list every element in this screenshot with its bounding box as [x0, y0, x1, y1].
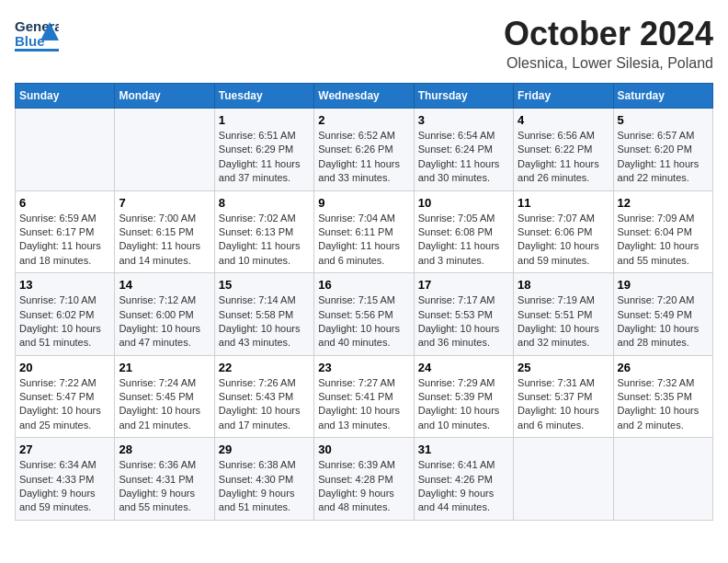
calendar-cell: 11Sunrise: 7:07 AM Sunset: 6:06 PM Dayli…: [514, 190, 613, 273]
calendar-cell: 6Sunrise: 6:59 AM Sunset: 6:17 PM Daylig…: [16, 190, 115, 273]
cell-content: Sunrise: 7:19 AM Sunset: 5:51 PM Dayligh…: [518, 293, 609, 350]
calendar-cell: 23Sunrise: 7:27 AM Sunset: 5:41 PM Dayli…: [314, 355, 414, 438]
cell-content: Sunrise: 7:17 AM Sunset: 5:53 PM Dayligh…: [418, 293, 509, 350]
logo-icon: General Blue: [15, 15, 59, 55]
cell-content: Sunrise: 6:59 AM Sunset: 6:17 PM Dayligh…: [19, 212, 110, 269]
cell-content: Sunrise: 7:31 AM Sunset: 5:37 PM Dayligh…: [518, 376, 609, 433]
day-number: 15: [219, 278, 310, 292]
cell-content: Sunrise: 6:38 AM Sunset: 4:30 PM Dayligh…: [219, 458, 310, 515]
day-number: 11: [518, 196, 609, 210]
day-number: 7: [119, 196, 210, 210]
cell-content: Sunrise: 7:09 AM Sunset: 6:04 PM Dayligh…: [618, 212, 709, 269]
calendar-cell: 10Sunrise: 7:05 AM Sunset: 6:08 PM Dayli…: [414, 190, 513, 273]
day-number: 18: [518, 278, 609, 292]
calendar-cell: 5Sunrise: 6:57 AM Sunset: 6:20 PM Daylig…: [613, 109, 712, 191]
week-row-4: 20Sunrise: 7:22 AM Sunset: 5:47 PM Dayli…: [16, 355, 713, 438]
header-cell-saturday: Saturday: [613, 84, 712, 109]
cell-content: Sunrise: 7:05 AM Sunset: 6:08 PM Dayligh…: [418, 212, 509, 269]
cell-content: Sunrise: 7:02 AM Sunset: 6:13 PM Dayligh…: [219, 212, 310, 269]
day-number: 28: [119, 442, 210, 456]
calendar-cell: 19Sunrise: 7:20 AM Sunset: 5:49 PM Dayli…: [613, 273, 712, 356]
cell-content: Sunrise: 6:34 AM Sunset: 4:33 PM Dayligh…: [19, 458, 110, 515]
cell-content: Sunrise: 6:41 AM Sunset: 4:26 PM Dayligh…: [418, 458, 509, 515]
calendar-cell: 2Sunrise: 6:52 AM Sunset: 6:26 PM Daylig…: [314, 109, 414, 191]
calendar-cell: [115, 109, 214, 191]
day-number: 30: [318, 442, 409, 456]
cell-content: Sunrise: 6:36 AM Sunset: 4:31 PM Dayligh…: [119, 458, 210, 515]
calendar-table: SundayMondayTuesdayWednesdayThursdayFrid…: [15, 83, 713, 521]
cell-content: Sunrise: 6:56 AM Sunset: 6:22 PM Dayligh…: [518, 129, 609, 186]
month-title: October 2024: [504, 15, 713, 53]
day-number: 14: [119, 278, 210, 292]
day-number: 4: [518, 113, 609, 127]
day-number: 17: [418, 278, 509, 292]
calendar-body: 1Sunrise: 6:51 AM Sunset: 6:29 PM Daylig…: [16, 109, 713, 521]
calendar-cell: 12Sunrise: 7:09 AM Sunset: 6:04 PM Dayli…: [613, 190, 712, 273]
calendar-cell: 24Sunrise: 7:29 AM Sunset: 5:39 PM Dayli…: [414, 355, 513, 438]
header-cell-wednesday: Wednesday: [314, 84, 414, 109]
cell-content: Sunrise: 7:10 AM Sunset: 6:02 PM Dayligh…: [19, 293, 110, 350]
calendar-cell: 21Sunrise: 7:24 AM Sunset: 5:45 PM Dayli…: [115, 355, 214, 438]
day-number: 22: [219, 361, 310, 374]
title-block: October 2024 Olesnica, Lower Silesia, Po…: [504, 15, 713, 72]
day-number: 10: [418, 196, 509, 210]
calendar-cell: 15Sunrise: 7:14 AM Sunset: 5:58 PM Dayli…: [214, 273, 313, 356]
day-number: 27: [19, 442, 110, 456]
day-number: 1: [219, 113, 310, 127]
calendar-cell: 28Sunrise: 6:36 AM Sunset: 4:31 PM Dayli…: [115, 438, 214, 521]
calendar-cell: 7Sunrise: 7:00 AM Sunset: 6:15 PM Daylig…: [115, 190, 214, 273]
calendar-cell: 25Sunrise: 7:31 AM Sunset: 5:37 PM Dayli…: [514, 355, 613, 438]
cell-content: Sunrise: 7:32 AM Sunset: 5:35 PM Dayligh…: [618, 376, 709, 433]
logo: General Blue: [15, 15, 59, 55]
cell-content: Sunrise: 7:12 AM Sunset: 6:00 PM Dayligh…: [119, 293, 210, 350]
calendar-cell: [613, 438, 712, 521]
calendar-cell: 20Sunrise: 7:22 AM Sunset: 5:47 PM Dayli…: [16, 355, 115, 438]
cell-content: Sunrise: 7:29 AM Sunset: 5:39 PM Dayligh…: [418, 376, 509, 433]
calendar-cell: 9Sunrise: 7:04 AM Sunset: 6:11 PM Daylig…: [314, 190, 414, 273]
day-number: 20: [19, 361, 110, 374]
day-number: 24: [418, 361, 509, 374]
day-number: 8: [219, 196, 310, 210]
cell-content: Sunrise: 7:20 AM Sunset: 5:49 PM Dayligh…: [618, 293, 709, 350]
header-cell-friday: Friday: [514, 84, 613, 109]
day-number: 23: [318, 361, 409, 374]
cell-content: Sunrise: 7:22 AM Sunset: 5:47 PM Dayligh…: [19, 376, 110, 433]
day-number: 2: [318, 113, 409, 127]
day-number: 26: [618, 361, 709, 374]
page-header: General Blue October 2024 Olesnica, Lowe…: [15, 15, 713, 72]
day-number: 12: [618, 196, 709, 210]
calendar-cell: 3Sunrise: 6:54 AM Sunset: 6:24 PM Daylig…: [414, 109, 513, 191]
cell-content: Sunrise: 7:26 AM Sunset: 5:43 PM Dayligh…: [219, 376, 310, 433]
calendar-cell: [514, 438, 613, 521]
day-number: 16: [318, 278, 409, 292]
location-title: Olesnica, Lower Silesia, Poland: [504, 55, 713, 72]
calendar-cell: 1Sunrise: 6:51 AM Sunset: 6:29 PM Daylig…: [214, 109, 313, 191]
cell-content: Sunrise: 7:04 AM Sunset: 6:11 PM Dayligh…: [318, 212, 409, 269]
header-row: SundayMondayTuesdayWednesdayThursdayFrid…: [16, 84, 713, 109]
day-number: 31: [418, 442, 509, 456]
calendar-cell: 29Sunrise: 6:38 AM Sunset: 4:30 PM Dayli…: [214, 438, 313, 521]
day-number: 9: [318, 196, 409, 210]
header-cell-thursday: Thursday: [414, 84, 513, 109]
svg-rect-3: [15, 49, 59, 52]
day-number: 3: [418, 113, 509, 127]
cell-content: Sunrise: 7:27 AM Sunset: 5:41 PM Dayligh…: [318, 376, 409, 433]
calendar-cell: 14Sunrise: 7:12 AM Sunset: 6:00 PM Dayli…: [115, 273, 214, 356]
calendar-cell: 26Sunrise: 7:32 AM Sunset: 5:35 PM Dayli…: [613, 355, 712, 438]
calendar-cell: [16, 109, 115, 191]
calendar-cell: 4Sunrise: 6:56 AM Sunset: 6:22 PM Daylig…: [514, 109, 613, 191]
cell-content: Sunrise: 7:24 AM Sunset: 5:45 PM Dayligh…: [119, 376, 210, 433]
calendar-cell: 16Sunrise: 7:15 AM Sunset: 5:56 PM Dayli…: [314, 273, 414, 356]
day-number: 29: [219, 442, 310, 456]
calendar-cell: 8Sunrise: 7:02 AM Sunset: 6:13 PM Daylig…: [214, 190, 313, 273]
cell-content: Sunrise: 6:39 AM Sunset: 4:28 PM Dayligh…: [318, 458, 409, 515]
day-number: 5: [618, 113, 709, 127]
cell-content: Sunrise: 6:57 AM Sunset: 6:20 PM Dayligh…: [618, 129, 709, 186]
day-number: 19: [618, 278, 709, 292]
week-row-5: 27Sunrise: 6:34 AM Sunset: 4:33 PM Dayli…: [16, 438, 713, 521]
day-number: 25: [518, 361, 609, 374]
week-row-3: 13Sunrise: 7:10 AM Sunset: 6:02 PM Dayli…: [16, 273, 713, 356]
week-row-1: 1Sunrise: 6:51 AM Sunset: 6:29 PM Daylig…: [16, 109, 713, 191]
calendar-cell: 31Sunrise: 6:41 AM Sunset: 4:26 PM Dayli…: [414, 438, 513, 521]
header-cell-monday: Monday: [115, 84, 214, 109]
